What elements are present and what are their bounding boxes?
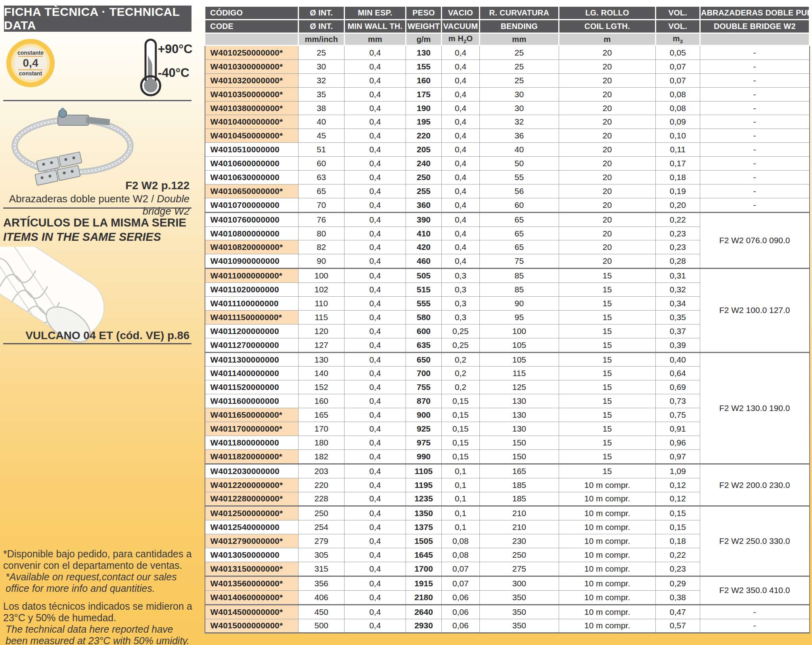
cell-bending-radius: 300 bbox=[480, 576, 559, 590]
cell-vacuum: 0,08 bbox=[442, 548, 480, 562]
cell-inner-diameter: 40 bbox=[299, 115, 345, 129]
cell-volume: 0,29 bbox=[656, 576, 700, 590]
cell-weight: 990 bbox=[406, 449, 442, 464]
cell-code: W4011600000000 bbox=[205, 394, 299, 408]
cell-code: W4010300000000* bbox=[205, 60, 299, 73]
cell-vacuum: 0,15 bbox=[442, 449, 480, 464]
cell-volume: 0,23 bbox=[656, 562, 700, 576]
cell-volume: 0,39 bbox=[656, 338, 700, 352]
cell-bending-radius: 56 bbox=[480, 184, 559, 198]
cell-inner-diameter: 140 bbox=[299, 367, 345, 380]
hose-reference: VULCANO 04 ET (cód. VE) p.86 bbox=[3, 329, 190, 342]
cell-coil-length: 20 bbox=[559, 60, 656, 73]
cell-code: W4012790000000* bbox=[205, 534, 299, 548]
cell-clamp-ref-merged: F2 W2 200.0 230.0 bbox=[700, 464, 810, 506]
cell-clamp-ref-merged: F2 W2 250.0 330.0 bbox=[700, 506, 810, 576]
cell-code: W4010350000000* bbox=[205, 87, 299, 101]
cell-bending-radius: 185 bbox=[480, 492, 559, 506]
cell-bending-radius: 40 bbox=[480, 143, 559, 157]
cell-bending-radius: 55 bbox=[480, 171, 559, 184]
cell-coil-length: 15 bbox=[559, 408, 656, 422]
cell-weight: 195 bbox=[406, 115, 442, 129]
cell-min-wall: 0,4 bbox=[345, 324, 406, 338]
cell-weight: 635 bbox=[406, 338, 442, 352]
cell-inner-diameter: 35 bbox=[299, 87, 345, 101]
cell-code: W4010320000000* bbox=[205, 73, 299, 87]
unit-cell bbox=[700, 33, 810, 46]
cell-code: W4010250000000* bbox=[205, 46, 299, 60]
cell-min-wall: 0,4 bbox=[345, 619, 406, 633]
cell-weight: 205 bbox=[406, 143, 442, 157]
cell-code: W4011200000000 bbox=[205, 324, 299, 338]
cell-volume: 0,19 bbox=[656, 184, 700, 198]
cell-volume: 0,69 bbox=[656, 380, 700, 394]
cell-coil-length: 10 m compr. bbox=[559, 605, 656, 619]
cell-weight: 975 bbox=[406, 436, 442, 449]
cell-inner-diameter: 203 bbox=[299, 464, 345, 478]
cell-weight: 1195 bbox=[406, 478, 442, 492]
cell-clamp-ref: - bbox=[700, 129, 810, 143]
cell-min-wall: 0,4 bbox=[345, 449, 406, 464]
cell-weight: 650 bbox=[406, 352, 442, 367]
cell-min-wall: 0,4 bbox=[345, 590, 406, 605]
cell-min-wall: 0,4 bbox=[345, 101, 406, 115]
cell-volume: 0,38 bbox=[656, 590, 700, 605]
header-cell: DOUBLE BRIDGE W2 bbox=[700, 20, 810, 33]
cell-code: W4010650000000* bbox=[205, 184, 299, 198]
cell-weight: 460 bbox=[406, 254, 442, 269]
cell-inner-diameter: 102 bbox=[299, 283, 345, 297]
header-cell: VOL. bbox=[656, 20, 700, 33]
cell-inner-diameter: 250 bbox=[299, 506, 345, 520]
cell-inner-diameter: 120 bbox=[299, 324, 345, 338]
cell-weight: 700 bbox=[406, 367, 442, 380]
cell-code: W4012030000000 bbox=[205, 464, 299, 478]
cell-volume: 0,73 bbox=[656, 394, 700, 408]
cell-min-wall: 0,4 bbox=[345, 380, 406, 394]
cell-coil-length: 20 bbox=[559, 46, 656, 60]
cell-coil-length: 20 bbox=[559, 157, 656, 171]
table-row: W4010300000000*300,41550,425200,07- bbox=[205, 60, 810, 73]
cell-volume: 0,08 bbox=[656, 87, 700, 101]
cell-code: W4010900000000 bbox=[205, 254, 299, 269]
cell-clamp-ref: - bbox=[700, 619, 810, 633]
cell-vacuum: 0,1 bbox=[442, 506, 480, 520]
cell-vacuum: 0,4 bbox=[442, 157, 480, 171]
cell-weight: 155 bbox=[406, 60, 442, 73]
cell-inner-diameter: 356 bbox=[299, 576, 345, 590]
cell-bending-radius: 32 bbox=[480, 115, 559, 129]
cell-vacuum: 0,4 bbox=[442, 60, 480, 73]
cell-min-wall: 0,4 bbox=[345, 198, 406, 212]
cell-bending-radius: 90 bbox=[480, 297, 559, 311]
cell-weight: 1505 bbox=[406, 534, 442, 548]
cell-volume: 0,64 bbox=[656, 367, 700, 380]
cell-inner-diameter: 60 bbox=[299, 157, 345, 171]
cell-volume: 0,20 bbox=[656, 198, 700, 212]
cell-vacuum: 0,1 bbox=[442, 520, 480, 534]
cell-volume: 0,75 bbox=[656, 408, 700, 422]
cell-min-wall: 0,4 bbox=[345, 394, 406, 408]
table-row: W40120300000002030,411050,1165151,09F2 W… bbox=[205, 464, 810, 478]
table-row: W4014500000000*4500,426400,0635010 m com… bbox=[205, 605, 810, 619]
cell-weight: 2640 bbox=[406, 605, 442, 619]
cell-weight: 505 bbox=[406, 269, 442, 283]
cell-clamp-ref: - bbox=[700, 115, 810, 129]
header-cell: VACUUM bbox=[442, 20, 480, 33]
header-cell: ABRAZADERAS DOBLE PUENTE W2 bbox=[700, 6, 810, 20]
cell-weight: 420 bbox=[406, 240, 442, 254]
cell-inner-diameter: 500 bbox=[299, 619, 345, 633]
cell-clamp-ref: - bbox=[700, 143, 810, 157]
cell-vacuum: 0,4 bbox=[442, 212, 480, 227]
cell-coil-length: 15 bbox=[559, 283, 656, 297]
cell-bending-radius: 130 bbox=[480, 408, 559, 422]
cell-weight: 190 bbox=[406, 101, 442, 115]
cell-inner-diameter: 279 bbox=[299, 534, 345, 548]
cell-coil-length: 20 bbox=[559, 87, 656, 101]
cell-bending-radius: 85 bbox=[480, 283, 559, 297]
cell-volume: 0,91 bbox=[656, 422, 700, 436]
cell-vacuum: 0,4 bbox=[442, 46, 480, 60]
constant-badge-ring: constante 0,4 constant bbox=[11, 44, 50, 83]
cell-coil-length: 15 bbox=[559, 436, 656, 449]
cell-bending-radius: 130 bbox=[480, 422, 559, 436]
cell-vacuum: 0,2 bbox=[442, 352, 480, 367]
cell-vacuum: 0,15 bbox=[442, 408, 480, 422]
